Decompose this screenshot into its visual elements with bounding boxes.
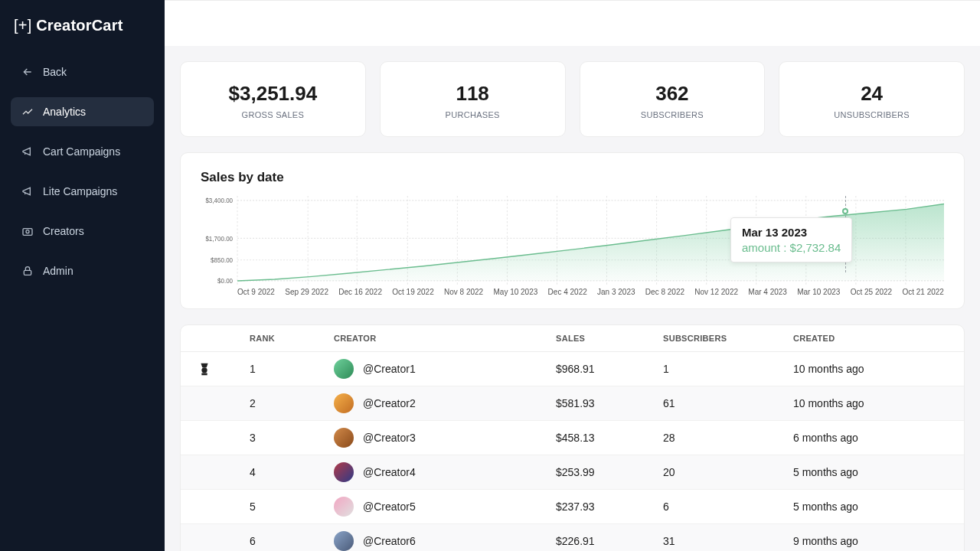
cell-rank: 2 xyxy=(242,386,326,421)
cell-sales: $226.91 xyxy=(548,524,655,552)
avatar xyxy=(334,531,354,551)
cell-created: 9 months ago xyxy=(786,524,964,552)
table-row[interactable]: 6@Creator6$226.91319 months ago xyxy=(181,524,964,552)
stat-value: 118 xyxy=(388,82,557,106)
brand-prefix: [+] xyxy=(14,17,31,34)
table-row[interactable]: 4@Creator4$253.99205 months ago xyxy=(181,455,964,490)
svg-rect-2 xyxy=(24,270,31,275)
sidebar-item-label: Creators xyxy=(43,225,84,237)
x-tick: Oct 9 2022 xyxy=(237,288,275,296)
avatar xyxy=(334,428,354,448)
cell-subscribers: 61 xyxy=(655,386,786,421)
sidebar-item-creators[interactable]: Creators xyxy=(11,217,154,246)
th-created[interactable]: CREATED xyxy=(786,325,964,352)
avatar xyxy=(334,359,354,379)
main-area: $3,251.94GROSS SALES118PURCHASES362SUBSC… xyxy=(165,0,980,551)
cell-rank: 6 xyxy=(242,524,326,552)
tooltip-date: Mar 13 2023 xyxy=(742,226,841,239)
th-subscribers[interactable]: SUBSCRIBERS xyxy=(655,325,786,352)
stat-card-purchases: 118PURCHASES xyxy=(380,61,566,137)
x-tick: Dec 8 2022 xyxy=(645,288,684,296)
chart-title: Sales by date xyxy=(201,170,944,185)
cell-creator: @Creator6 xyxy=(363,535,416,547)
table-row[interactable]: 2@Creator2$581.936110 months ago xyxy=(181,386,964,421)
th-rank[interactable]: RANK xyxy=(242,325,326,352)
svg-point-21 xyxy=(201,367,207,373)
cell-rank: 3 xyxy=(242,421,326,455)
x-tick: Oct 21 2022 xyxy=(902,288,943,296)
cell-subscribers: 20 xyxy=(655,455,786,490)
cell-subscribers: 1 xyxy=(655,352,786,386)
cell-subscribers: 6 xyxy=(655,490,786,524)
cell-created: 10 months ago xyxy=(786,352,964,386)
cell-rank: 1 xyxy=(242,352,326,386)
sidebar-item-label: Analytics xyxy=(43,106,86,118)
y-tick: $1,700.00 xyxy=(205,234,233,243)
cell-sales: $581.93 xyxy=(548,386,655,421)
x-tick: Nov 8 2022 xyxy=(444,288,483,296)
sidebar-item-cart-campaigns[interactable]: Cart Campaigns xyxy=(11,137,154,166)
x-tick: Dec 16 2022 xyxy=(338,288,382,296)
cell-creator: @Creator1 xyxy=(363,363,416,375)
avatar xyxy=(334,497,354,517)
th-sales[interactable]: SALES xyxy=(548,325,655,352)
lock-icon xyxy=(21,265,34,277)
cell-sales: $237.93 xyxy=(548,490,655,524)
x-tick: Oct 25 2022 xyxy=(851,288,892,296)
y-tick: $850.00 xyxy=(211,256,233,265)
camera-icon xyxy=(21,225,34,237)
cell-creator: @Creator4 xyxy=(363,466,416,478)
table-row[interactable]: 1@Creator1$968.91110 months ago xyxy=(181,352,964,386)
trend-icon xyxy=(21,106,34,118)
cell-creator: @Creator5 xyxy=(363,500,416,513)
sidebar-item-analytics[interactable]: Analytics xyxy=(11,97,154,126)
svg-rect-0 xyxy=(23,229,32,236)
cell-rank: 5 xyxy=(242,490,326,524)
table-row[interactable]: 5@Creator5$237.9365 months ago xyxy=(181,490,964,524)
megaphone-icon xyxy=(21,185,34,197)
brand-logo: [+] CreatorCart xyxy=(0,17,165,57)
stat-label: SUBSCRIBERS xyxy=(588,110,757,119)
svg-point-1 xyxy=(26,230,29,233)
th-creator[interactable]: CREATOR xyxy=(326,325,548,352)
stat-card-gross-sales: $3,251.94GROSS SALES xyxy=(180,61,366,137)
sidebar-item-lite-campaigns[interactable]: Lite Campaigns xyxy=(11,177,154,206)
y-tick: $3,400.00 xyxy=(205,197,233,205)
stat-value: 24 xyxy=(787,82,956,106)
cell-subscribers: 28 xyxy=(655,421,786,455)
sidebar-item-label: Admin xyxy=(43,265,74,277)
sidebar-item-admin[interactable]: Admin xyxy=(11,256,154,285)
top-bar xyxy=(165,1,980,46)
sidebar: [+] CreatorCart BackAnalyticsCart Campai… xyxy=(0,0,165,551)
chart-area[interactable]: $3,400.00 $1,700.00 $850.00 $0.00 xyxy=(201,196,944,286)
sidebar-item-label: Cart Campaigns xyxy=(43,145,120,158)
cell-rank: 4 xyxy=(242,455,326,490)
tooltip-amount: amount : $2,732.84 xyxy=(742,241,841,254)
cell-created: 6 months ago xyxy=(786,421,964,455)
brand-name: CreatorCart xyxy=(36,17,122,34)
stat-label: GROSS SALES xyxy=(188,110,358,119)
table-row[interactable]: 3@Creator3$458.13286 months ago xyxy=(181,421,964,455)
svg-rect-22 xyxy=(201,373,207,376)
stat-value: $3,251.94 xyxy=(188,82,358,106)
arrow-left-icon xyxy=(21,66,34,78)
x-tick: May 10 2023 xyxy=(493,288,537,296)
th-badge xyxy=(181,325,242,352)
chart-marker-dot xyxy=(842,208,848,214)
chart-card: Sales by date xyxy=(180,152,965,309)
x-tick: Oct 19 2022 xyxy=(392,288,433,296)
creator-table: RANK CREATOR SALES SUBSCRIBERS CREATED 1… xyxy=(181,325,964,551)
sidebar-item-label: Lite Campaigns xyxy=(43,185,117,197)
x-tick: Mar 10 2023 xyxy=(797,288,840,296)
chart-x-labels: Oct 9 2022Sep 29 2022Dec 16 2022Oct 19 2… xyxy=(201,288,944,296)
x-tick: Mar 4 2023 xyxy=(748,288,787,296)
x-tick: Jan 3 2023 xyxy=(597,288,635,296)
cell-created: 5 months ago xyxy=(786,490,964,524)
sidebar-nav: BackAnalyticsCart CampaignsLite Campaign… xyxy=(0,57,165,285)
x-tick: Dec 4 2022 xyxy=(548,288,587,296)
x-tick: Sep 29 2022 xyxy=(285,288,328,296)
sidebar-item-back[interactable]: Back xyxy=(11,57,154,86)
x-tick: Nov 12 2022 xyxy=(694,288,738,296)
cell-created: 5 months ago xyxy=(786,455,964,490)
sidebar-item-label: Back xyxy=(43,66,67,78)
